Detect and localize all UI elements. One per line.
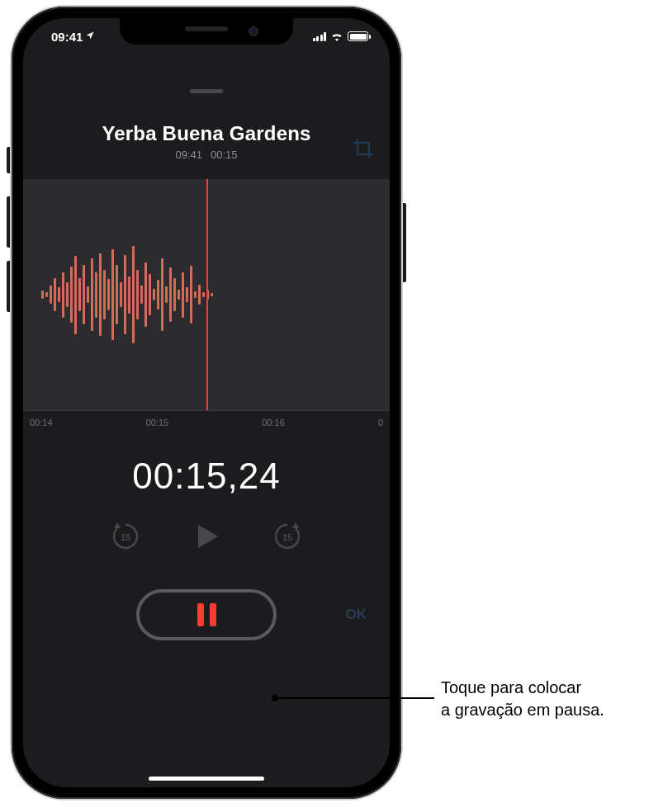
location-icon — [85, 31, 95, 43]
done-button[interactable]: OK — [346, 607, 367, 623]
elapsed-timer: 00:15,24 — [23, 456, 390, 497]
recording-created-time: 09:41 — [175, 149, 202, 161]
notch — [120, 18, 293, 45]
skip-back-15-button[interactable]: 15 — [109, 520, 142, 553]
ruler-tick: 00:15 — [146, 418, 169, 427]
home-indicator[interactable] — [149, 777, 264, 781]
svg-text:15: 15 — [282, 532, 292, 542]
waveform-area[interactable] — [23, 179, 390, 410]
svg-text:15: 15 — [121, 532, 130, 542]
status-time: 09:41 — [51, 30, 83, 44]
transport-controls: 15 15 — [23, 520, 390, 553]
battery-icon — [348, 31, 368, 41]
skip-forward-15-button[interactable]: 15 — [271, 520, 304, 553]
trim-button[interactable] — [352, 137, 375, 160]
pause-recording-button[interactable] — [136, 589, 277, 640]
callout-line — [274, 697, 434, 699]
screen: 09:41 Yerba Buena Gardens 09:41 00:15 — [23, 18, 390, 787]
earpiece — [185, 26, 228, 31]
sheet-handle[interactable] — [190, 89, 223, 93]
waveform — [23, 229, 213, 361]
ruler-tick: 0 — [378, 418, 383, 427]
ruler-tick: 00:14 — [30, 418, 53, 427]
playhead[interactable] — [206, 179, 208, 410]
front-camera — [249, 26, 258, 36]
time-ruler: 00:14 00:15 00:16 0 — [23, 410, 390, 427]
recording-title[interactable]: Yerba Buena Gardens — [40, 122, 373, 145]
phone-frame: 09:41 Yerba Buena Gardens 09:41 00:15 — [12, 7, 401, 799]
pause-icon — [197, 603, 216, 626]
ruler-tick: 00:16 — [262, 418, 285, 427]
recording-duration: 00:15 — [211, 149, 238, 161]
play-button[interactable] — [192, 522, 221, 551]
callout-text: Toque para colocar a gravação em pausa. — [441, 677, 656, 721]
recorder-content: Yerba Buena Gardens 09:41 00:15 00:14 00… — [23, 109, 390, 787]
cellular-icon — [313, 32, 327, 41]
power-button[interactable] — [401, 203, 406, 282]
wifi-icon — [330, 31, 343, 41]
